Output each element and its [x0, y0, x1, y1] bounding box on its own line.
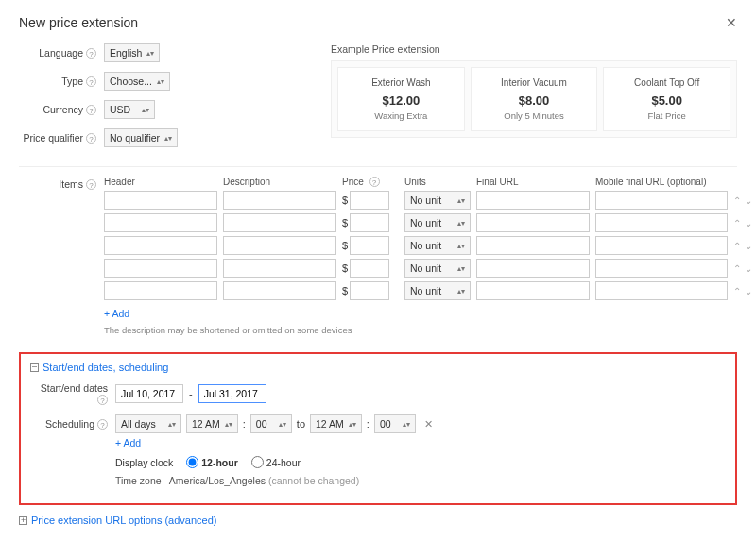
timezone-label: Time zone	[115, 475, 162, 486]
help-icon[interactable]: ?	[369, 177, 380, 187]
currency-symbol: $	[342, 240, 348, 251]
header-input[interactable]	[104, 259, 217, 278]
type-select[interactable]: Choose...▴▾	[104, 72, 170, 91]
scheduling-toggle[interactable]: Start/end dates, scheduling	[30, 362, 726, 373]
move-down-icon[interactable]: ⌄	[745, 218, 752, 228]
currency-symbol: $	[342, 217, 348, 228]
header-input[interactable]	[104, 213, 217, 232]
example-card: Coolant Top Off $5.00 Flat Price	[603, 67, 730, 131]
header-input[interactable]	[104, 191, 217, 210]
move-down-icon[interactable]: ⌄	[745, 263, 752, 274]
example-title: Example Price extension	[331, 43, 737, 55]
timezone-note: (cannot be changed)	[268, 475, 359, 486]
description-input[interactable]	[223, 191, 336, 210]
header-input[interactable]	[104, 236, 217, 255]
radio-12hour[interactable]: 12-hour	[186, 456, 238, 468]
to-label: to	[297, 418, 305, 430]
move-up-icon[interactable]: ⌃	[733, 241, 741, 251]
help-icon[interactable]: ?	[86, 76, 96, 87]
move-up-icon[interactable]: ⌃	[733, 263, 741, 274]
item-row: $No unit▴▾⌃⌄✕	[104, 259, 756, 278]
example-card: Interior Vacuum $8.00 Only 5 Minutes	[471, 67, 598, 131]
items-label: Items?	[19, 177, 104, 335]
final-url-input[interactable]	[476, 281, 590, 300]
mobile-url-input[interactable]	[595, 281, 728, 300]
start-date-input[interactable]	[115, 384, 183, 403]
add-item-link[interactable]: + Add	[104, 308, 129, 319]
price-input[interactable]	[350, 259, 389, 278]
price-qualifier-select[interactable]: No qualifier▴▾	[104, 128, 178, 147]
mobile-url-input[interactable]	[595, 259, 728, 278]
type-label: Type?	[19, 76, 104, 87]
final-url-input[interactable]	[476, 213, 590, 232]
col-header-mobile-url: Mobile final URL (optional)	[595, 177, 728, 187]
price-input[interactable]	[350, 213, 389, 232]
end-date-input[interactable]	[198, 384, 266, 403]
start-hour-select[interactable]: 12 AM▴▾	[186, 414, 238, 433]
timezone-value: America/Los_Angeles	[169, 475, 266, 486]
units-select[interactable]: No unit▴▾	[404, 236, 471, 255]
help-icon[interactable]: ?	[97, 419, 108, 430]
language-select[interactable]: English▴▾	[104, 43, 160, 62]
item-row: $No unit▴▾⌃⌄✕	[104, 236, 756, 255]
header-input[interactable]	[104, 281, 217, 300]
close-icon[interactable]: ✕	[726, 15, 737, 30]
move-up-icon[interactable]: ⌃	[733, 195, 741, 206]
help-icon[interactable]: ?	[86, 48, 96, 59]
end-min-select[interactable]: 00▴▾	[374, 414, 416, 433]
help-icon[interactable]: ?	[86, 179, 96, 190]
item-row: $No unit▴▾⌃⌄✕	[104, 281, 756, 300]
help-icon[interactable]: ?	[97, 395, 108, 405]
radio-24hour[interactable]: 24-hour	[251, 456, 301, 468]
add-schedule-link[interactable]: + Add	[115, 437, 141, 448]
currency-symbol: $	[342, 262, 348, 274]
hint-text: The description may be shortened or omit…	[104, 325, 756, 335]
units-select[interactable]: No unit▴▾	[404, 213, 471, 232]
col-header-final-url: Final URL	[476, 177, 590, 187]
advanced-toggle[interactable]: Price extension URL options (advanced)	[19, 515, 737, 526]
currency-select[interactable]: USD▴▾	[104, 100, 155, 119]
scheduling-label: Scheduling?	[30, 414, 115, 430]
price-input[interactable]	[350, 281, 389, 300]
date-dash: -	[189, 388, 193, 399]
mobile-url-input[interactable]	[595, 191, 728, 210]
col-header-header: Header	[104, 177, 217, 187]
end-hour-select[interactable]: 12 AM▴▾	[310, 414, 362, 433]
price-qualifier-label: Price qualifier?	[19, 132, 104, 144]
description-input[interactable]	[223, 236, 336, 255]
move-up-icon[interactable]: ⌃	[733, 218, 741, 228]
price-input[interactable]	[350, 191, 389, 210]
mobile-url-input[interactable]	[595, 236, 728, 255]
example-box: Exterior Wash $12.00 Waxing Extra Interi…	[331, 60, 737, 138]
mobile-url-input[interactable]	[595, 213, 728, 232]
start-min-select[interactable]: 00▴▾	[250, 414, 292, 433]
help-icon[interactable]: ?	[86, 133, 96, 144]
description-input[interactable]	[223, 259, 336, 278]
col-header-price: Price ?	[342, 177, 399, 187]
final-url-input[interactable]	[476, 236, 590, 255]
units-select[interactable]: No unit▴▾	[404, 191, 471, 210]
col-header-description: Description	[223, 177, 336, 187]
collapse-icon	[30, 363, 39, 372]
move-up-icon[interactable]: ⌃	[733, 286, 741, 296]
move-down-icon[interactable]: ⌄	[745, 195, 752, 206]
move-down-icon[interactable]: ⌄	[745, 286, 752, 296]
final-url-input[interactable]	[476, 259, 590, 278]
description-input[interactable]	[223, 213, 336, 232]
currency-symbol: $	[342, 194, 348, 206]
example-card: Exterior Wash $12.00 Waxing Extra	[337, 67, 465, 131]
move-down-icon[interactable]: ⌄	[745, 241, 752, 251]
col-header-units: Units	[404, 177, 471, 187]
description-input[interactable]	[223, 281, 336, 300]
currency-label: Currency?	[19, 104, 104, 115]
scheduling-section: Start/end dates, scheduling Start/end da…	[19, 352, 737, 505]
price-input[interactable]	[350, 236, 389, 255]
units-select[interactable]: No unit▴▾	[404, 259, 471, 278]
remove-schedule-icon[interactable]: ✕	[424, 418, 433, 431]
units-select[interactable]: No unit▴▾	[404, 281, 471, 300]
help-icon[interactable]: ?	[86, 105, 96, 115]
day-select[interactable]: All days▴▾	[115, 414, 181, 433]
final-url-input[interactable]	[476, 191, 590, 210]
display-clock-label: Display clock	[115, 457, 173, 468]
item-row: $No unit▴▾⌃⌄✕	[104, 213, 756, 232]
